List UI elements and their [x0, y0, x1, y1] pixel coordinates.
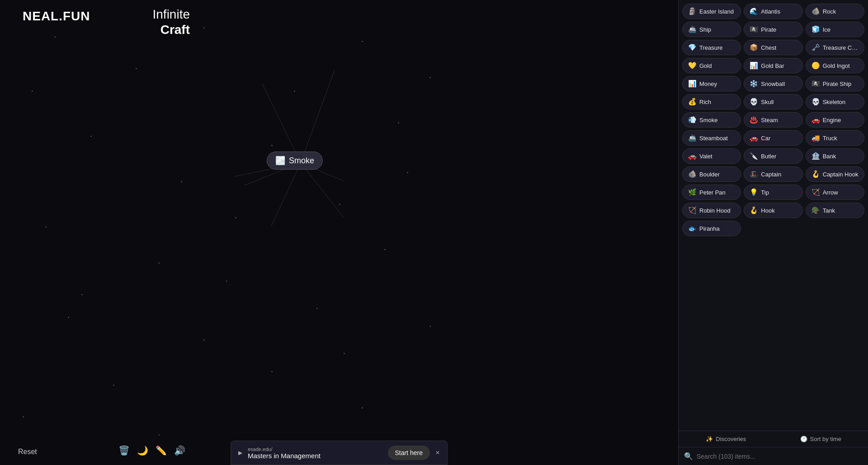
item-icon: 🏹 — [688, 206, 697, 214]
star — [68, 317, 69, 318]
star — [429, 77, 431, 78]
delete-button[interactable]: 🗑️ — [118, 445, 130, 456]
item-icon: 📊 — [750, 62, 758, 70]
item-icon: 💨 — [688, 116, 697, 124]
star — [226, 280, 227, 282]
item-label: Steam — [761, 117, 778, 123]
list-item[interactable]: 💛Gold — [682, 58, 741, 73]
item-label: Captain Hook — [823, 171, 859, 178]
list-item[interactable]: 🧊Ice — [806, 22, 864, 37]
list-item[interactable]: 🐟Piranha — [682, 221, 741, 236]
smoke-icon: 🌫️ — [275, 156, 285, 166]
logo: NEAL.FUN — [23, 9, 90, 24]
list-item[interactable]: 🪨Boulder — [682, 166, 741, 182]
list-item[interactable]: 🪝Hook — [744, 203, 802, 218]
item-icon: ♨️ — [750, 116, 758, 124]
list-item[interactable]: 💎Treasure — [682, 40, 741, 55]
star — [54, 36, 56, 38]
sidebar-tabs: ✨ Discoveries 🕐 Sort by time — [679, 431, 868, 447]
star — [181, 181, 182, 182]
star — [81, 294, 83, 295]
smoke-label: Smoke — [289, 156, 314, 166]
item-icon: 💛 — [688, 62, 697, 70]
item-label: Boulder — [699, 171, 720, 178]
item-label: Treasure — [699, 44, 723, 51]
item-label: Rock — [823, 8, 836, 15]
item-icon: 🪨 — [688, 170, 697, 178]
list-item[interactable]: 💨Smoke — [682, 112, 741, 128]
list-item[interactable]: 🏦Bank — [806, 148, 864, 164]
star — [203, 27, 205, 28]
sort-time-label: Sort by time — [810, 436, 841, 442]
item-label: Skull — [761, 99, 774, 105]
item-label: Car — [761, 135, 770, 142]
list-item[interactable]: 🪝Captain Hook — [806, 166, 864, 182]
list-item[interactable]: 📊Gold Bar — [744, 58, 802, 73]
list-item[interactable]: 🏹Arrow — [806, 185, 864, 200]
star — [158, 434, 160, 436]
list-item[interactable]: 💰Rich — [682, 94, 741, 109]
item-icon: 📦 — [750, 43, 758, 52]
list-item[interactable]: 🗿Easter Island — [682, 4, 741, 19]
ad-close-icon[interactable]: ✕ — [435, 450, 440, 456]
list-item[interactable]: 🏴‍☠️Pirate Ship — [806, 76, 864, 91]
item-icon: 🏦 — [811, 152, 820, 160]
item-label: Money — [699, 81, 717, 87]
list-item[interactable]: 🟡Gold Ingot — [806, 58, 864, 73]
item-icon: 🗿 — [688, 7, 697, 15]
sidebar-footer: ✨ Discoveries 🕐 Sort by time 🔍 — [679, 431, 868, 465]
list-item[interactable]: ♨️Steam — [744, 112, 802, 128]
list-item[interactable]: 🚢Steamboat — [682, 130, 741, 146]
star — [407, 172, 408, 173]
sound-button[interactable]: 🔊 — [174, 445, 185, 456]
list-item[interactable]: 🚗Engine — [806, 112, 864, 128]
list-item[interactable]: 🏴‍☠️Pirate — [744, 22, 802, 37]
list-item[interactable]: 💀Skull — [744, 94, 802, 109]
star — [90, 136, 92, 137]
list-item[interactable]: 📊Money — [682, 76, 741, 91]
item-label: Smoke — [699, 117, 717, 123]
item-icon: 🚚 — [811, 134, 820, 142]
reset-button[interactable]: Reset — [18, 448, 37, 456]
tab-sort-by-time[interactable]: 🕐 Sort by time — [774, 431, 868, 447]
star — [32, 90, 33, 92]
star — [136, 68, 137, 69]
star — [23, 416, 24, 418]
svg-line-1 — [301, 70, 335, 163]
star — [235, 217, 236, 218]
list-item[interactable]: 📦Chest — [744, 40, 802, 55]
list-item[interactable]: 🪖Tank — [806, 203, 864, 218]
search-input[interactable] — [697, 453, 863, 460]
item-icon: 🚢 — [688, 25, 697, 33]
ad-cta-button[interactable]: Start here — [388, 446, 430, 460]
brush-button[interactable]: ✏️ — [156, 445, 167, 456]
item-icon: 🏴‍☠️ — [811, 80, 820, 88]
dark-mode-button[interactable]: 🌙 — [137, 445, 148, 456]
list-item[interactable]: 🪨Rock — [806, 4, 864, 19]
list-item[interactable]: 💡Tip — [744, 185, 802, 200]
star — [344, 353, 345, 354]
list-item[interactable]: 🚚Truck — [806, 130, 864, 146]
bottom-controls: Reset — [18, 448, 37, 456]
list-item[interactable]: 🌊Atlantis — [744, 4, 802, 19]
sidebar: 🗿Easter Island🌊Atlantis🪨Rock🚢Ship🏴‍☠️Pir… — [678, 0, 868, 465]
list-item[interactable]: 🚗Car — [744, 130, 802, 146]
item-icon: 🌊 — [750, 7, 758, 15]
list-item[interactable]: 🌿Peter Pan — [682, 185, 741, 200]
list-item[interactable]: 🔪Butler — [744, 148, 802, 164]
list-item[interactable]: 💀Skeleton — [806, 94, 864, 109]
list-item[interactable]: 🏹Robin Hood — [682, 203, 741, 218]
canvas-area[interactable]: NEAL.FUN Infinite Craft 🌫️ Smoke Reset 🗑… — [0, 0, 678, 465]
smoke-element[interactable]: 🌫️ Smoke — [267, 152, 323, 170]
item-label: Robin Hood — [699, 207, 731, 214]
item-icon: 🚢 — [688, 134, 697, 142]
list-item[interactable]: ❄️Snowball — [744, 76, 802, 91]
item-icon: 📊 — [688, 80, 697, 88]
item-icon: 🎩 — [750, 170, 758, 178]
list-item[interactable]: 🚗Valet — [682, 148, 741, 164]
item-label: Chest — [761, 44, 776, 51]
list-item[interactable]: 🗝️Treasure Chest — [806, 40, 864, 55]
tab-discoveries[interactable]: ✨ Discoveries — [679, 431, 774, 447]
list-item[interactable]: 🎩Captain — [744, 166, 802, 182]
list-item[interactable]: 🚢Ship — [682, 22, 741, 37]
